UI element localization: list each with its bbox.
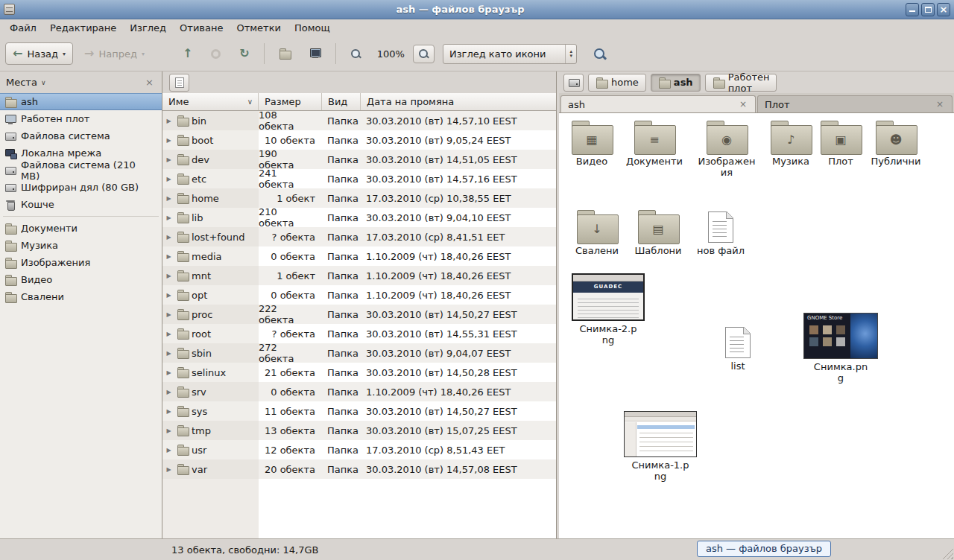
iconview-item[interactable]: ◉Изображения [691, 119, 762, 179]
expander-icon[interactable]: ▶ [164, 331, 174, 337]
expander-icon[interactable]: ▶ [164, 389, 174, 395]
sidebar-close-icon[interactable]: × [143, 77, 156, 88]
folder-icon [177, 386, 189, 398]
toggle-location-entry-button[interactable] [169, 74, 189, 92]
expander-icon[interactable]: ▶ [164, 253, 174, 260]
iconview-item[interactable]: list [702, 324, 774, 372]
expander-icon[interactable]: ▶ [164, 214, 174, 221]
table-row[interactable]: ▶tmp13 обектаПапка30.03.2010 (вт) 15,07,… [162, 421, 556, 440]
table-row[interactable]: ▶bin108 обектаПапка30.03.2010 (вт) 14,57… [162, 111, 556, 130]
table-row[interactable]: ▶opt0 обектаПапка1.10.2009 (чт) 18,40,26… [162, 285, 556, 305]
iconview-item[interactable]: ▤Шаблони [622, 209, 694, 257]
table-row[interactable]: ▶etc241 обектаПапка30.03.2010 (вт) 14,57… [162, 169, 556, 188]
table-row[interactable]: ▶boot10 обектаПапка30.03.2010 (вт) 9,05,… [162, 130, 556, 150]
pathbar-edge-button[interactable] [563, 74, 584, 92]
sidebar-item[interactable]: Работен плот [0, 110, 162, 127]
table-row[interactable]: ▶media0 обектаПапка1.10.2009 (чт) 18,40,… [162, 246, 556, 266]
iconview-item[interactable]: Снимка-1.png [625, 411, 696, 483]
iconview-item[interactable]: нов файл [685, 209, 756, 257]
titlebar[interactable]: ash — файлов браузър × [0, 0, 954, 19]
menu-item-4[interactable]: Отметки [230, 21, 287, 35]
up-button[interactable]: ↑ [175, 42, 200, 65]
expander-icon[interactable]: ▶ [164, 447, 174, 454]
file-date-cell: 30.03.2010 (вт) 14,57,08 EEST [361, 459, 556, 479]
reload-button[interactable]: ↻ [232, 42, 256, 65]
table-row[interactable]: ▶sbin272 обектаПапка30.03.2010 (вт) 9,04… [162, 343, 556, 363]
expander-icon[interactable]: ▶ [164, 427, 174, 434]
column-header[interactable]: Вид [322, 93, 361, 110]
expander-icon[interactable]: ▶ [164, 195, 174, 202]
table-row[interactable]: ▶proc222 обектаПапка30.03.2010 (вт) 14,5… [162, 305, 556, 324]
table-row[interactable]: ▶lost+found? обектаПапка17.03.2010 (ср) … [162, 227, 556, 246]
taskbar-chip[interactable]: ash — файлов браузър [697, 541, 831, 557]
expander-icon[interactable]: ▶ [164, 156, 174, 163]
menu-item-0[interactable]: Файл [3, 21, 43, 35]
sidebar-item[interactable]: Изображения [0, 254, 162, 271]
sidebar-title[interactable]: Места [6, 77, 37, 88]
sidebar-item[interactable]: Шифриран дял (80 GB) [0, 179, 162, 196]
expander-icon[interactable]: ▶ [164, 311, 174, 318]
sidebar-item[interactable]: ash [0, 93, 162, 110]
forward-button[interactable]: → Напред ▾ [77, 42, 152, 65]
table-row[interactable]: ▶mnt1 обектПапка1.10.2009 (чт) 18,40,26 … [162, 266, 556, 285]
sidebar-item[interactable]: Документи [0, 220, 162, 237]
stop-button[interactable] [203, 44, 228, 64]
resize-grip[interactable] [942, 548, 953, 559]
iconview-item[interactable]: GNOME StoreСнимка.png [805, 313, 876, 384]
menu-item-3[interactable]: Отиване [173, 21, 230, 35]
expander-icon[interactable]: ▶ [164, 369, 174, 376]
table-row[interactable]: ▶selinux21 обектаПапка30.03.2010 (вт) 14… [162, 363, 556, 382]
tab[interactable]: Плот× [757, 95, 953, 112]
expander-icon[interactable]: ▶ [164, 137, 174, 144]
zoom-out-button[interactable] [343, 43, 369, 65]
table-row[interactable]: ▶lib210 обектаПапка30.03.2010 (вт) 9,04,… [162, 208, 556, 227]
column-header[interactable]: Дата на промяна [361, 93, 556, 110]
tab-close-icon[interactable]: × [738, 99, 748, 109]
sidebar-item[interactable]: Музика [0, 237, 162, 254]
iconview-item[interactable]: ≡Документи [619, 119, 690, 168]
tab-close-icon[interactable]: × [935, 99, 945, 109]
sidebar-item[interactable]: Видео [0, 271, 162, 288]
table-row[interactable]: ▶sys11 обектаПапка30.03.2010 (вт) 14,50,… [162, 401, 556, 421]
column-header[interactable]: Размер [259, 93, 322, 110]
table-row[interactable]: ▶dev190 обектаПапка30.03.2010 (вт) 14,51… [162, 150, 556, 169]
table-row[interactable]: ▶srv0 обектаПапка1.10.2009 (чт) 18,40,26… [162, 382, 556, 401]
maximize-button[interactable] [921, 3, 935, 16]
back-button[interactable]: ← Назад ▾ [5, 42, 73, 65]
expander-icon[interactable]: ▶ [164, 408, 174, 415]
column-header[interactable]: Име∨ [162, 93, 259, 110]
pathbar-button[interactable]: home [588, 74, 646, 92]
menu-item-1[interactable]: Редактиране [43, 21, 123, 35]
view-mode-dropdown[interactable]: Изглед като икони ▴▾ [443, 44, 577, 64]
sidebar-item[interactable]: Кошче [0, 196, 162, 213]
expander-icon[interactable]: ▶ [164, 273, 174, 279]
home-button[interactable] [271, 42, 298, 65]
expander-icon[interactable]: ▶ [164, 234, 174, 241]
sidebar-item[interactable]: Файлова система [0, 127, 162, 144]
expander-icon[interactable]: ▶ [164, 118, 174, 124]
computer-button[interactable] [302, 42, 329, 65]
menu-item-5[interactable]: Помощ [288, 21, 337, 35]
table-row[interactable]: ▶root? обектаПапка30.03.2010 (вт) 14,55,… [162, 324, 556, 343]
tab[interactable]: ash× [560, 95, 756, 112]
pathbar-button[interactable]: ash [651, 74, 701, 92]
iconview-item[interactable]: ▦Видео [559, 119, 628, 168]
table-row[interactable]: ▶var20 обектаПапка30.03.2010 (вт) 14,57,… [162, 459, 556, 479]
iconview-item[interactable]: ☻Публични [860, 119, 932, 168]
table-row[interactable]: ▶home1 обектПапка17.03.2010 (ср) 10,38,5… [162, 188, 556, 208]
sidebar-item[interactable]: Свалени [0, 288, 162, 305]
close-button[interactable]: × [937, 3, 950, 16]
expander-icon[interactable]: ▶ [164, 466, 174, 473]
minimize-button[interactable] [906, 3, 919, 16]
expander-icon[interactable]: ▶ [164, 292, 174, 299]
zoom-in-button[interactable] [413, 45, 435, 63]
menu-item-2[interactable]: Изглед [123, 21, 173, 35]
pathbar-button[interactable]: Работен плот [705, 74, 777, 92]
sidebar-item[interactable]: Файлова система (210 MB) [0, 162, 162, 179]
expander-icon[interactable]: ▶ [164, 350, 174, 357]
documents-emblem-icon: ≡ [634, 133, 675, 147]
table-row[interactable]: ▶usr12 обектаПапка17.03.2010 (ср) 8,51,4… [162, 440, 556, 459]
iconview-item[interactable]: GUADECСнимка-2.png [572, 273, 644, 346]
expander-icon[interactable]: ▶ [164, 176, 174, 182]
search-button[interactable] [585, 42, 614, 66]
